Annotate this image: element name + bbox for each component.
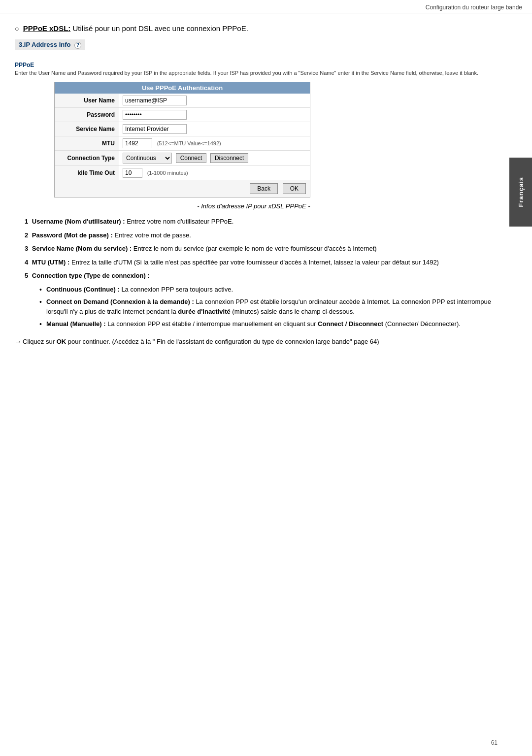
- password-value-cell: [119, 108, 310, 122]
- bullet-item-2: Connect on Demand (Connexion à la demand…: [39, 297, 493, 316]
- page-header: Configuration du routeur large bande: [0, 0, 532, 13]
- form-header: Use PPPoE Authentication: [55, 82, 310, 94]
- arrow-note: Cliquez sur OK pour continuer. (Accédez …: [15, 337, 493, 347]
- sidebar-tab: Français: [509, 158, 532, 227]
- idle-timeout-input[interactable]: [123, 168, 142, 178]
- bullet-list: Continuous (Continue) : La connexion PPP…: [39, 285, 493, 329]
- mtu-input[interactable]: [123, 138, 152, 148]
- user-name-input[interactable]: [123, 96, 187, 105]
- help-icon[interactable]: ?: [74, 42, 81, 49]
- ip-address-heading: 3.IP Address Info ?: [15, 39, 85, 50]
- pppoe-form-container: Use PPPoE Authentication User Name Passw…: [54, 82, 310, 197]
- connection-type-value-cell: Continuous Connect on Demand Manual Conn…: [119, 151, 310, 166]
- bullet-item-1: Continuous (Continue) : La connexion PPP…: [39, 285, 493, 295]
- back-button[interactable]: Back: [250, 183, 278, 194]
- pppoe-form-table: User Name Password Service Name MTU: [55, 94, 310, 180]
- service-name-label: Service Name: [55, 122, 119, 136]
- pppoe-description-text: Enter the User Name and Password require…: [15, 69, 493, 77]
- password-row: Password: [55, 108, 310, 122]
- pppoe-sub-label: PPPoE: [15, 62, 493, 68]
- numbered-list: 1 Username (Nom d'utilisateur) : Entrez …: [25, 217, 493, 329]
- circle-icon: ○: [15, 25, 19, 33]
- main-content: ○ PPPoE xDSL: Utilisé pour un pont DSL a…: [0, 13, 507, 354]
- mtu-value-cell: (512<=MTU Value<=1492): [119, 136, 310, 151]
- pppoe-description-inline: Utilisé pour un pont DSL avec une connex…: [73, 24, 248, 33]
- idle-timeout-row: Idle Time Out (1-1000 minutes): [55, 166, 310, 180]
- service-name-value-cell: [119, 122, 310, 136]
- ip-address-section: 3.IP Address Info ?: [15, 39, 493, 53]
- service-name-input[interactable]: [123, 124, 187, 134]
- sidebar-label: Français: [517, 177, 525, 207]
- connection-type-select[interactable]: Continuous Connect on Demand Manual: [123, 153, 172, 164]
- bullet-item-3: Manual (Manuelle) : La connexion PPP est…: [39, 319, 493, 329]
- mtu-row: MTU (512<=MTU Value<=1492): [55, 136, 310, 151]
- connect-button[interactable]: Connect: [176, 153, 207, 163]
- numbered-item-2: 2 Password (Mot de passe) : Entrez votre…: [25, 230, 493, 240]
- pppoe-bold-label: PPPoE xDSL:: [23, 24, 71, 33]
- user-name-value-cell: [119, 94, 310, 108]
- numbered-item-5: 5 Connection type (Type de connexion) :: [25, 271, 493, 281]
- idle-timeout-hint: (1-1000 minutes): [147, 170, 188, 176]
- ok-button[interactable]: OK: [283, 183, 306, 194]
- form-footer: Back OK: [55, 180, 310, 197]
- disconnect-button[interactable]: Disconnect: [210, 153, 248, 163]
- numbered-item-4: 4 MTU (UTM) : Entrez la taille d'UTM (Si…: [25, 258, 493, 267]
- connection-type-row: Connection Type Continuous Connect on De…: [55, 151, 310, 166]
- mtu-hint: (512<=MTU Value<=1492): [157, 140, 221, 146]
- header-title: Configuration du routeur large bande: [426, 4, 522, 11]
- page-number: 61: [491, 739, 498, 746]
- user-name-row: User Name: [55, 94, 310, 108]
- connection-type-label: Connection Type: [55, 151, 119, 166]
- service-name-row: Service Name: [55, 122, 310, 136]
- password-input[interactable]: [123, 110, 187, 120]
- numbered-item-1: 1 Username (Nom d'utilisateur) : Entrez …: [25, 217, 493, 227]
- idle-timeout-value-cell: (1-1000 minutes): [119, 166, 310, 180]
- user-name-label: User Name: [55, 94, 119, 108]
- caption-text: - Infos d'adresse IP pour xDSL PPPoE -: [15, 202, 493, 210]
- mtu-label: MTU: [55, 136, 119, 151]
- password-label: Password: [55, 108, 119, 122]
- numbered-item-3: 3 Service Name (Nom du service) : Entrez…: [25, 244, 493, 254]
- idle-timeout-label: Idle Time Out: [55, 166, 119, 180]
- pppoe-title: ○ PPPoE xDSL: Utilisé pour un pont DSL a…: [15, 24, 493, 33]
